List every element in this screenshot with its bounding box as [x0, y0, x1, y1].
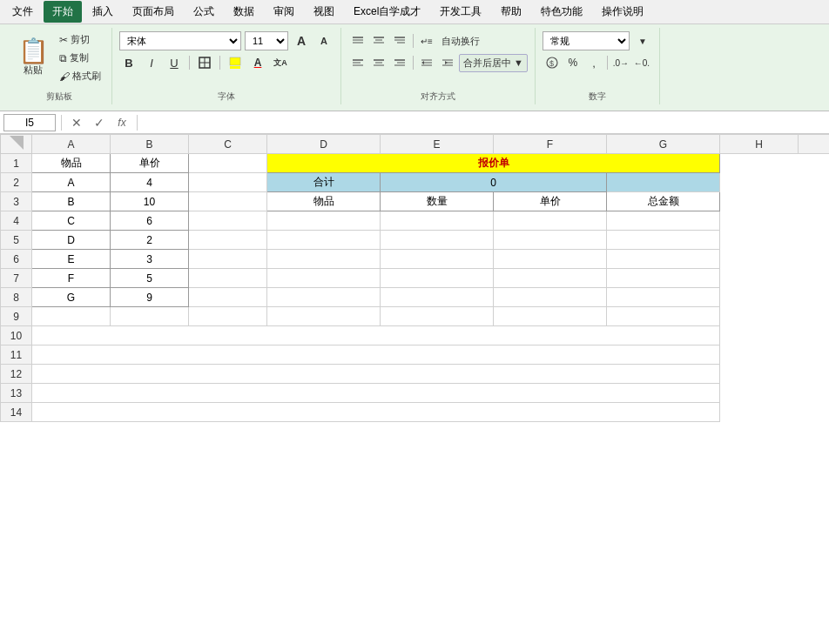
- cancel-formula-button[interactable]: ✕: [67, 113, 86, 132]
- percent-button[interactable]: %: [563, 53, 583, 72]
- menu-data[interactable]: 数据: [225, 1, 263, 23]
- cell-a9[interactable]: [32, 307, 111, 326]
- wenzi-button[interactable]: 文A: [271, 53, 290, 72]
- cell-c9[interactable]: [189, 307, 267, 326]
- row-header-1[interactable]: 1: [1, 154, 32, 173]
- cell-a8[interactable]: G: [32, 288, 111, 307]
- cell-d9[interactable]: [267, 307, 381, 326]
- col-header-i[interactable]: I: [799, 135, 830, 154]
- cell-g4[interactable]: [607, 211, 720, 231]
- row-header-14[interactable]: 14: [1, 403, 32, 422]
- menu-excel-learn[interactable]: Excel自学成才: [345, 1, 429, 23]
- formula-input[interactable]: [143, 114, 826, 131]
- menu-formula[interactable]: 公式: [185, 1, 223, 23]
- menu-dev-tools[interactable]: 开发工具: [431, 1, 490, 23]
- cell-f7[interactable]: [494, 269, 607, 288]
- align-center-button[interactable]: [369, 53, 388, 72]
- fill-color-button[interactable]: [226, 53, 245, 72]
- col-header-h[interactable]: H: [720, 135, 799, 154]
- cell-d2[interactable]: 合计: [267, 173, 381, 192]
- row-header-5[interactable]: 5: [1, 231, 32, 250]
- cell-row10[interactable]: [32, 326, 720, 345]
- cell-c3[interactable]: [189, 192, 267, 211]
- underline-button[interactable]: U: [165, 53, 184, 72]
- cell-f5[interactable]: [494, 231, 607, 250]
- cell-g2[interactable]: [607, 173, 720, 192]
- row-header-13[interactable]: 13: [1, 384, 32, 403]
- cell-f9[interactable]: [494, 307, 607, 326]
- cell-c8[interactable]: [189, 288, 267, 307]
- row-header-4[interactable]: 4: [1, 211, 32, 231]
- menu-special[interactable]: 特色功能: [532, 1, 591, 23]
- align-top-left-button[interactable]: [348, 31, 367, 50]
- font-shrink-button[interactable]: A: [314, 31, 334, 50]
- format-painter-button[interactable]: 🖌 格式刷: [56, 68, 104, 84]
- cell-e9[interactable]: [381, 307, 494, 326]
- insert-function-button[interactable]: fx: [112, 113, 131, 132]
- row-header-11[interactable]: 11: [1, 345, 32, 365]
- menu-instructions[interactable]: 操作说明: [593, 1, 652, 23]
- cell-b5[interactable]: 2: [111, 231, 189, 250]
- row-header-2[interactable]: 2: [1, 173, 32, 192]
- copy-button[interactable]: ⧉ 复制: [56, 50, 104, 66]
- cell-b1[interactable]: 单价: [111, 154, 189, 173]
- cell-g3[interactable]: 总金额: [607, 192, 720, 211]
- menu-insert[interactable]: 插入: [84, 1, 122, 23]
- cell-d6[interactable]: [267, 250, 381, 269]
- cut-button[interactable]: ✂ 剪切: [56, 31, 104, 48]
- align-right-button[interactable]: [390, 53, 409, 72]
- cell-b2[interactable]: 4: [111, 173, 189, 192]
- cell-b6[interactable]: 3: [111, 250, 189, 269]
- row-header-10[interactable]: 10: [1, 326, 32, 345]
- font-grow-button[interactable]: A: [292, 31, 311, 50]
- menu-home[interactable]: 开始: [44, 1, 82, 23]
- cell-g9[interactable]: [607, 307, 720, 326]
- cell-a3[interactable]: B: [32, 192, 111, 211]
- cell-c5[interactable]: [189, 231, 267, 250]
- cell-d1-merged[interactable]: 报价单: [267, 154, 720, 173]
- cell-a6[interactable]: E: [32, 250, 111, 269]
- cell-c6[interactable]: [189, 250, 267, 269]
- col-header-c[interactable]: C: [189, 135, 267, 154]
- cell-b4[interactable]: 6: [111, 211, 189, 231]
- menu-view[interactable]: 视图: [305, 1, 343, 23]
- row-header-7[interactable]: 7: [1, 269, 32, 288]
- italic-button[interactable]: I: [142, 53, 161, 72]
- col-header-b[interactable]: B: [111, 135, 189, 154]
- font-size-selector[interactable]: 11: [245, 31, 288, 50]
- cell-f3[interactable]: 单价: [494, 192, 607, 211]
- cell-e4[interactable]: [381, 211, 494, 231]
- decrease-indent-button[interactable]: [417, 53, 436, 72]
- cell-f6[interactable]: [494, 250, 607, 269]
- col-header-a[interactable]: A: [32, 135, 111, 154]
- currency-button[interactable]: $: [543, 53, 562, 72]
- cell-reference-input[interactable]: [3, 114, 56, 131]
- col-header-g[interactable]: G: [607, 135, 720, 154]
- cell-d8[interactable]: [267, 288, 381, 307]
- wrap-text-toggle[interactable]: ↵≡: [417, 31, 436, 50]
- cell-row13[interactable]: [32, 384, 720, 403]
- align-top-right-button[interactable]: [390, 31, 409, 50]
- cell-e8[interactable]: [381, 288, 494, 307]
- paste-button[interactable]: 📋 粘贴: [14, 32, 52, 84]
- font-name-selector[interactable]: 宋体: [119, 31, 241, 50]
- cell-row12[interactable]: [32, 365, 720, 384]
- cell-row14[interactable]: [32, 403, 720, 422]
- increase-decimal-button[interactable]: ←0.: [632, 53, 651, 72]
- border-button[interactable]: [195, 53, 214, 72]
- row-header-12[interactable]: 12: [1, 365, 32, 384]
- cell-g8[interactable]: [607, 288, 720, 307]
- cell-a2[interactable]: A: [32, 173, 111, 192]
- row-header-9[interactable]: 9: [1, 307, 32, 326]
- col-header-d[interactable]: D: [267, 135, 381, 154]
- comma-button[interactable]: ,: [584, 53, 603, 72]
- cell-d5[interactable]: [267, 231, 381, 250]
- menu-file[interactable]: 文件: [3, 1, 42, 23]
- cell-c4[interactable]: [189, 211, 267, 231]
- merge-center-button[interactable]: 合并后居中 ▼: [459, 54, 528, 72]
- cell-c1[interactable]: [189, 154, 267, 173]
- cell-e5[interactable]: [381, 231, 494, 250]
- row-header-3[interactable]: 3: [1, 192, 32, 211]
- cell-a4[interactable]: C: [32, 211, 111, 231]
- cell-f4[interactable]: [494, 211, 607, 231]
